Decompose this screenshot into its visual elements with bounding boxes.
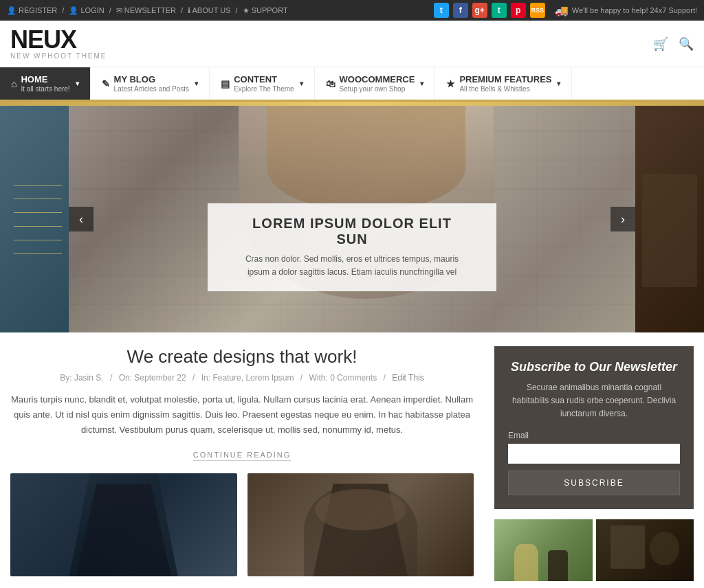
facebook-icon[interactable]: f (453, 3, 468, 18)
meta-by: By: Jasin S. (60, 373, 103, 383)
bottom-image-1 (10, 473, 237, 576)
email-label: Email (508, 431, 680, 440)
nav-premium-label: PREMIUM FEATURES (459, 74, 551, 84)
brand-icons: 🛒 🔍 (653, 36, 694, 52)
brand-tagline: NEW WPHOOT THEME (10, 52, 107, 60)
guitar-decoration (14, 174, 62, 287)
nav-content-sub: Explore The Theme (234, 85, 294, 93)
cart-icon[interactable]: 🛒 (653, 36, 668, 52)
meta-on: On: September 22 (119, 373, 186, 383)
nav-home-arrow: ▾ (76, 80, 79, 87)
nav-item-woocommerce[interactable]: 🛍 WOOCOMMERCE Setup your own Shop ▾ (315, 67, 436, 100)
nav-content-arrow: ▾ (300, 80, 303, 87)
nav-item-content[interactable]: ▤ CONTENT Explore The Theme ▾ (210, 67, 314, 100)
nav-premium-arrow: ▾ (557, 80, 560, 87)
search-icon[interactable]: 🔍 (679, 36, 694, 52)
nav-myblog-sub: Latest Articles and Posts (114, 85, 190, 93)
meta-with: With: 0 Comments (309, 373, 377, 383)
nav-myblog-arrow: ▾ (195, 80, 198, 87)
nav-woo-arrow: ▾ (420, 80, 424, 87)
hero-slider: LOREM IPSUM DOLOR ELIT SUN Cras non dolo… (0, 106, 704, 332)
main-nav: ⌂ HOME It all starts here! ▾ ✎ MY BLOG L… (0, 67, 704, 102)
slider-text: Cras non dolor. Sed mollis, eros et ultr… (235, 253, 469, 279)
top-bar: 👤 REGISTER / 👤 LOGIN / ✉ NEWSLETTER / ℹ … (0, 0, 704, 21)
article-body: Mauris turpis nunc, blandit et, volutpat… (10, 392, 474, 438)
nav-myblog-label: MY BLOG (114, 74, 190, 84)
slider-caption: LOREM IPSUM DOLOR ELIT SUN Cras non dolo… (208, 203, 496, 291)
newsletter-link[interactable]: ✉ NEWSLETTER (116, 6, 176, 15)
meta-separator-2: / (192, 373, 195, 383)
about-link[interactable]: ℹ ABOUT US (188, 6, 230, 15)
nav-woo-sub: Setup your own Shop (340, 85, 415, 93)
content-left: We create designs that work! By: Jasin S… (10, 346, 494, 581)
woocommerce-icon: 🛍 (326, 78, 336, 89)
sidebar: Subscribe to Our Newsletter Securae anim… (494, 346, 694, 581)
bottom-images (10, 473, 474, 576)
register-link[interactable]: 👤 REGISTER (7, 6, 57, 15)
top-bar-links: 👤 REGISTER / 👤 LOGIN / ✉ NEWSLETTER / ℹ … (7, 6, 288, 15)
tripadvisor-icon[interactable]: t (492, 3, 507, 18)
nav-content-label: CONTENT (234, 74, 294, 84)
side-thumbnail-1[interactable] (494, 519, 593, 581)
meta-edit[interactable]: Edit This (392, 373, 424, 383)
newsletter-title: Subscribe to Our Newsletter (508, 360, 680, 374)
rss-icon[interactable]: RSS (530, 3, 545, 18)
brand-logo[interactable]: NEUX NEW WPHOOT THEME (10, 27, 107, 60)
slider-side-left (0, 106, 69, 332)
content-icon: ▤ (221, 78, 230, 89)
support-link[interactable]: ★ SUPPORT (243, 6, 288, 15)
nav-home-label: HOME (21, 74, 69, 84)
article-meta: By: Jasin S. / On: September 22 / In: Fe… (10, 373, 474, 383)
main-content: We create designs that work! By: Jasin S… (0, 332, 704, 588)
nav-item-home[interactable]: ⌂ HOME It all starts here! ▾ (0, 67, 91, 100)
premium-icon: ★ (446, 78, 455, 89)
subscribe-button[interactable]: SUBSCRIBE (508, 471, 680, 495)
article-title: We create designs that work! (10, 346, 474, 368)
side-thumbnails (494, 519, 694, 581)
email-input[interactable] (508, 444, 680, 464)
meta-in: In: Feature, Lorem Ipsum (201, 373, 294, 383)
slider-main: LOREM IPSUM DOLOR ELIT SUN Cras non dolo… (69, 106, 635, 332)
nav-woo-label: WOOCOMMERCE (340, 74, 415, 84)
top-bar-right: t f g+ t p RSS 🚚 We'll be happy to help!… (434, 3, 697, 18)
support-text: 🚚 We'll be happy to help! 24x7 Support! (555, 4, 697, 17)
meta-separator-4: / (384, 373, 386, 383)
pinterest-icon[interactable]: p (511, 3, 526, 18)
slider-title: LOREM IPSUM DOLOR ELIT SUN (235, 216, 469, 247)
home-icon: ⌂ (11, 78, 16, 89)
truck-icon: 🚚 (555, 4, 569, 17)
slider-side-right (635, 106, 704, 332)
myblog-icon: ✎ (102, 78, 110, 89)
side-thumbnail-2[interactable] (596, 519, 694, 581)
brand-name: NEUX (10, 27, 107, 52)
newsletter-box: Subscribe to Our Newsletter Securae anim… (494, 346, 694, 509)
continue-reading-link[interactable]: CONTINUE READING (10, 449, 474, 460)
twitter-icon[interactable]: t (434, 3, 449, 18)
login-link[interactable]: 👤 LOGIN (69, 6, 104, 15)
nav-item-myblog[interactable]: ✎ MY BLOG Latest Articles and Posts ▾ (91, 67, 210, 100)
slider-next-button[interactable]: › (610, 207, 635, 231)
meta-separator-1: / (110, 373, 112, 383)
nav-item-premium[interactable]: ★ PREMIUM FEATURES All the Bells & Whist… (435, 67, 572, 100)
nav-home-sub: It all starts here! (21, 85, 69, 93)
slider-prev-button[interactable]: ‹ (69, 207, 94, 231)
brand-bar: NEUX NEW WPHOOT THEME 🛒 🔍 (0, 21, 704, 67)
newsletter-desc: Securae animalibus minantia cognati habi… (508, 381, 680, 421)
bottom-image-2 (248, 473, 474, 576)
nav-premium-sub: All the Bells & Whistles (459, 85, 551, 93)
google-icon[interactable]: g+ (472, 3, 487, 18)
meta-separator-3: / (300, 373, 302, 383)
